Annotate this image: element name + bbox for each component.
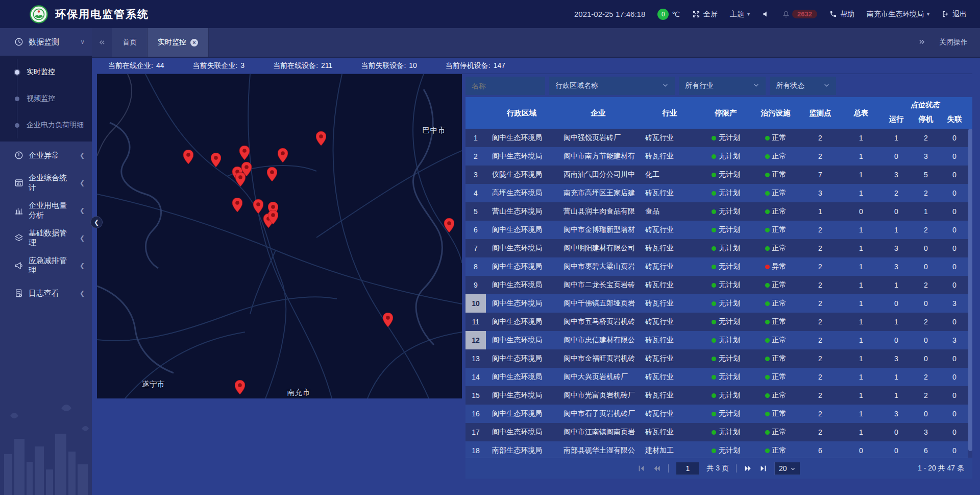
logout-button[interactable]: 退出 [942,10,967,19]
notification-count-badge: 2632 [792,10,817,18]
table-row[interactable]: 17阆中生态环境局阆中市江南镇阆南页岩砖瓦行业无计划正常21030 [465,423,972,441]
cell-meters: 1 [841,257,881,276]
industry-select[interactable]: 所有行业 [679,77,766,95]
scrollbar-thumb[interactable] [968,129,972,451]
map[interactable]: 巴中市南充市遂宁市 ❮ [97,74,462,398]
map-pin-icon[interactable] [253,199,263,214]
sidebar-item-2[interactable]: 企业异常❮ [0,142,92,169]
tabs: 首页实时监控× [112,28,209,57]
map-pin-icon[interactable] [183,150,193,164]
table-row[interactable]: 5营山生态环境局营山县润丰肉食品有限食品无计划正常10010 [465,202,972,221]
table-row[interactable]: 13阆中生态环境局阆中市金福旺页岩机砖砖瓦行业无计划正常21300 [465,349,972,368]
help-button[interactable]: 帮助 [829,10,854,19]
table-row[interactable]: 1阆中生态环境局阆中强锐页岩砖厂砖瓦行业无计划正常21120 [465,129,972,147]
column-header: 总表 [841,97,881,129]
cell-lost: 3 [941,294,968,313]
table-row[interactable]: 14阆中生态环境局阆中大兴页岩机砖厂砖瓦行业无计划正常21120 [465,368,972,386]
table-row[interactable]: 9阆中生态环境局阆中市二龙长宝页岩砖砖瓦行业无计划正常21120 [465,276,972,294]
bullet-icon [15,70,19,75]
row-index-cell: 12 [465,331,486,349]
next-page-button[interactable] [744,464,752,473]
page-size-select[interactable]: 20 [774,462,800,475]
map-pin-icon[interactable] [268,210,278,224]
sidebar-item-1[interactable]: 数据监测∨ [0,28,92,56]
status-dot-icon [765,430,770,435]
column-header: 行政区域 [486,97,557,129]
map-pin-icon[interactable] [267,167,277,181]
row-index-cell: 2 [465,147,486,166]
theme-menu[interactable]: 主题 ▾ [730,10,750,19]
first-page-button[interactable] [638,464,646,473]
sidebar-subitem[interactable]: 企业电力负荷明细 [0,112,92,138]
sidebar-subitem[interactable]: 视频监控 [0,85,92,112]
cell-run: 3 [881,405,911,423]
sidebar-collapse-button[interactable]: ❮ [90,216,103,228]
status-dot-icon [765,449,770,453]
sidebar-item-5[interactable]: 基础数据管理❮ [0,224,92,252]
table-row[interactable]: 18南部生态环境局南部县砚华土湿有限公建材加工无计划正常60060 [465,441,972,458]
table-row[interactable]: 11阆中生态环境局阆中市五马桥页岩机砖砖瓦行业无计划正常21120 [465,313,972,331]
status-dot-icon [712,430,716,435]
map-pin-icon[interactable] [383,313,393,327]
close-icon[interactable]: × [190,39,198,46]
table-row[interactable]: 8阆中生态环境局阆中市枣碧大梁山页岩砖瓦行业无计划异常21300 [465,257,972,276]
table-row[interactable]: 16阆中生态环境局阆中市石子页岩机砖厂砖瓦行业无计划正常21300 [465,405,972,423]
table-row[interactable]: 2阆中生态环境局阆中市南方节能建材有砖瓦行业无计划正常21030 [465,147,972,166]
table-row[interactable]: 12阆中生态环境局阆中市忠信建材有限公砖瓦行业无计划正常21003 [465,331,972,349]
cell-company: 阆中大兴页岩机砖厂 [557,368,639,386]
region-select[interactable]: 行政区域名称 [549,77,675,95]
table-scrollbar[interactable] [968,129,972,458]
table-row[interactable]: 10阆中生态环境局阆中千佛镇五郎垭页岩砖瓦行业无计划正常21003 [465,294,972,313]
table-row[interactable]: 15阆中生态环境局阆中市光富页岩机砖厂砖瓦行业无计划正常21120 [465,386,972,405]
map-pin-icon[interactable] [232,198,242,212]
sidebar-item-3[interactable]: 企业综合统计❮ [0,169,92,197]
status-dot-icon [765,338,770,343]
fullscreen-button[interactable]: 全屏 [692,10,718,19]
notifications[interactable]: 2632 [782,10,817,18]
map-pin-icon[interactable] [444,218,454,232]
sidebar-item-label: 应急减排管理 [29,256,75,275]
page-number-input[interactable] [676,462,699,475]
name-search-input[interactable] [465,77,545,95]
status-label: 无计划 [719,133,740,143]
sidebar-subitem-label: 企业电力负荷明细 [27,121,84,130]
sidebar-item-6[interactable]: 应急减排管理❮ [0,252,92,279]
map-pin-icon[interactable] [239,146,250,160]
tabs-scroll-left-icon[interactable] [92,28,112,57]
stat-value: 10 [409,61,417,70]
cell-company: 阆中强锐页岩砖厂 [557,129,639,147]
cell-lost: 0 [941,147,968,166]
table-row[interactable]: 6阆中生态环境局阆中市金博瑞新型墙材砖瓦行业无计划正常21120 [465,221,972,239]
table-row[interactable]: 7阆中生态环境局阆中明阳建材有限公司砖瓦行业无计划正常21300 [465,239,972,257]
sidebar-subitem[interactable]: 实时监控 [0,59,92,85]
previous-page-button[interactable] [653,464,661,473]
map-pin-icon[interactable] [316,131,326,146]
sidebar-item-label: 日志查看 [29,289,75,298]
map-pin-icon[interactable] [278,148,288,162]
row-index-cell: 4 [465,184,486,202]
map-pin-icon[interactable] [211,153,221,167]
last-page-button[interactable] [759,464,767,473]
user-menu[interactable]: 南充市生态环境局 ▾ [867,10,929,19]
row-index-cell: 3 [465,166,486,184]
cell-company: 南充市高坪区王家店建 [557,184,639,202]
tab-实时监控[interactable]: 实时监控× [148,28,209,57]
log-file-icon [14,289,23,298]
sidebar-item-7[interactable]: 日志查看❮ [0,279,92,307]
tabs-scroll-right-icon[interactable] [918,38,926,48]
map-pin-icon[interactable] [235,172,246,186]
sidebar-item-4[interactable]: 企业用电量分析❮ [0,197,92,224]
sound-toggle[interactable] [762,10,770,18]
gauge-icon [14,37,23,46]
cell-lost: 0 [941,257,968,276]
table-row[interactable]: 4高坪生态环境局南充市高坪区王家店建砖瓦行业无计划正常31220 [465,184,972,202]
cell-company: 阆中市金福旺页岩机砖 [557,349,639,368]
cell-points: 3 [800,184,841,202]
table-row[interactable]: 3仪陇生态环境局西南油气田分公司川中化工无计划正常71350 [465,166,972,184]
cell-meters: 1 [841,147,881,166]
close-operations-menu[interactable]: 关闭操作 [939,38,968,47]
map-pin-icon[interactable] [235,380,245,394]
status-select[interactable]: 所有状态 [770,77,836,95]
status-label: 正常 [772,354,787,363]
tab-首页[interactable]: 首页 [112,28,148,57]
